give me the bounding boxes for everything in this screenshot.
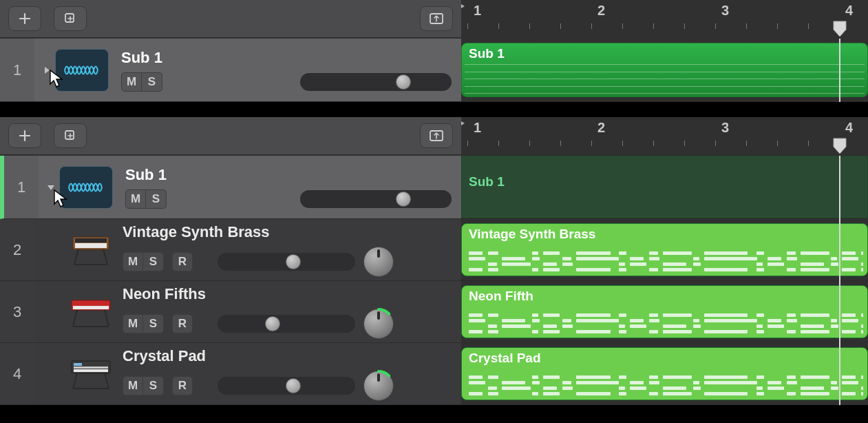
region-label: Sub 1 [469,174,860,189]
region-lane[interactable]: Neon Fifth [461,281,868,343]
disclosure-triangle-closed[interactable] [39,65,55,76]
track-icon-keyboard[interactable] [66,293,116,331]
midi-notes-icon [466,307,863,333]
track-row-stack[interactable]: 1 Sub 1 M [0,156,461,219]
record-enable-button[interactable]: R [172,252,193,271]
region-lane[interactable]: Vintage Synth Brass [461,219,868,281]
bar-number: 4 [845,3,853,19]
midi-notes-icon [466,369,863,395]
track-row-sub[interactable]: 2 Vintage Synth Brass [0,219,461,281]
svg-rect-0 [65,14,74,22]
playhead-line [839,156,840,405]
mute-button[interactable]: M [121,72,142,92]
track-number: 1 [4,156,39,218]
playhead-start-marker[interactable] [461,117,467,130]
mute-button[interactable]: M [123,252,143,271]
track-list-toolbar [0,0,461,39]
duplicate-track-button[interactable] [54,123,87,148]
region-label: Crystal Pad [469,351,860,366]
disclosure-triangle-open[interactable] [43,182,59,193]
track-icon-synth[interactable] [66,231,116,269]
volume-slider[interactable] [300,73,452,91]
region-label: Neon Fifth [469,289,860,304]
volume-slider[interactable] [218,377,355,395]
mute-button[interactable]: M [123,314,143,333]
bar-number: 2 [597,120,605,136]
add-track-button[interactable] [8,6,41,31]
playhead-start-marker[interactable] [461,0,467,12]
volume-slider[interactable] [300,190,452,208]
svg-rect-10 [74,363,82,366]
svg-rect-2 [65,131,74,139]
playhead-line [839,39,840,102]
volume-slider[interactable] [218,253,355,271]
svg-rect-11 [74,367,108,369]
track-icon-pad[interactable] [66,355,116,393]
playhead[interactable] [832,136,848,156]
svg-rect-6 [75,243,107,248]
solo-button[interactable]: S [143,314,164,333]
track-name[interactable]: Vintage Synth Brass [123,223,452,241]
playhead[interactable] [832,19,848,39]
record-enable-button[interactable]: R [172,376,193,395]
ruler[interactable]: 1 2 3 4 [461,117,868,156]
svg-rect-5 [75,238,107,243]
bar-number: 1 [474,3,481,19]
track-row-sub[interactable]: 3 Neon Fifths M [0,281,461,343]
track-name[interactable]: Sub 1 [121,49,452,67]
track-icon-audio[interactable] [55,49,109,92]
track-number: 4 [0,343,34,404]
region-lane[interactable]: Sub 1 [461,39,868,102]
region-label: Sub 1 [469,46,860,61]
bar-number: 1 [474,120,481,136]
solo-button[interactable]: S [142,72,162,92]
bar-number: 4 [845,120,853,136]
panel-collapsed: 1 2 3 4 1 [0,0,868,102]
record-enable-button[interactable]: R [172,314,193,333]
audio-region[interactable]: Sub 1 [461,43,868,97]
track-number: 1 [0,39,34,101]
bar-number: 3 [721,120,729,136]
mute-button[interactable]: M [125,189,146,209]
solo-button[interactable]: S [146,189,167,209]
pan-knob[interactable] [363,247,394,277]
svg-rect-12 [74,369,108,372]
region-label: Vintage Synth Brass [469,227,860,242]
track-name[interactable]: Sub 1 [125,166,452,184]
solo-button[interactable]: S [143,252,164,271]
volume-slider[interactable] [218,315,355,333]
bar-number: 2 [597,3,605,19]
mute-button[interactable]: M [123,376,143,395]
region-lane[interactable]: Crystal Pad [461,343,868,405]
midi-region[interactable]: Vintage Synth Brass [461,223,868,276]
track-row-stack[interactable]: 1 Sub 1 M [0,39,461,102]
duplicate-track-button[interactable] [54,6,87,31]
toggle-track-stack-button[interactable] [420,123,453,148]
track-number: 3 [0,281,34,342]
bar-number: 3 [721,3,729,19]
ruler[interactable]: 1 2 3 4 [461,0,868,39]
pan-knob[interactable] [363,309,394,339]
panel-expanded: 1 2 3 4 1 [0,117,868,405]
track-number: 2 [0,219,34,280]
solo-button[interactable]: S [143,376,164,395]
midi-region[interactable]: Neon Fifth [461,285,868,338]
track-row-sub[interactable]: 4 Crystal Pad [0,343,461,405]
stack-region[interactable]: Sub 1 [461,156,868,218]
midi-notes-icon [466,245,863,271]
svg-rect-8 [73,306,109,309]
midi-region[interactable]: Crystal Pad [461,347,868,400]
track-icon-audio[interactable] [59,166,113,209]
track-name[interactable]: Neon Fifths [123,285,452,303]
waveform-icon [465,64,865,94]
track-name[interactable]: Crystal Pad [123,347,452,365]
add-track-button[interactable] [8,123,41,148]
track-list-toolbar [0,117,461,156]
pan-knob[interactable] [363,371,394,401]
toggle-track-stack-button[interactable] [420,6,453,31]
region-lane[interactable]: Sub 1 [461,156,868,219]
